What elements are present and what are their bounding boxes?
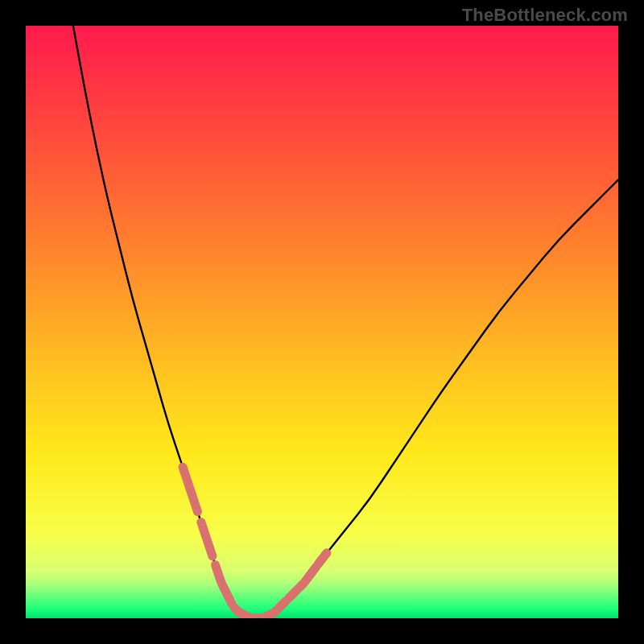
watermark-text: TheBottleneck.com [462,5,628,26]
outer-frame: TheBottleneck.com [0,0,644,644]
gradient-background [26,26,618,618]
chart-svg [26,26,618,618]
plot-area [26,26,618,618]
